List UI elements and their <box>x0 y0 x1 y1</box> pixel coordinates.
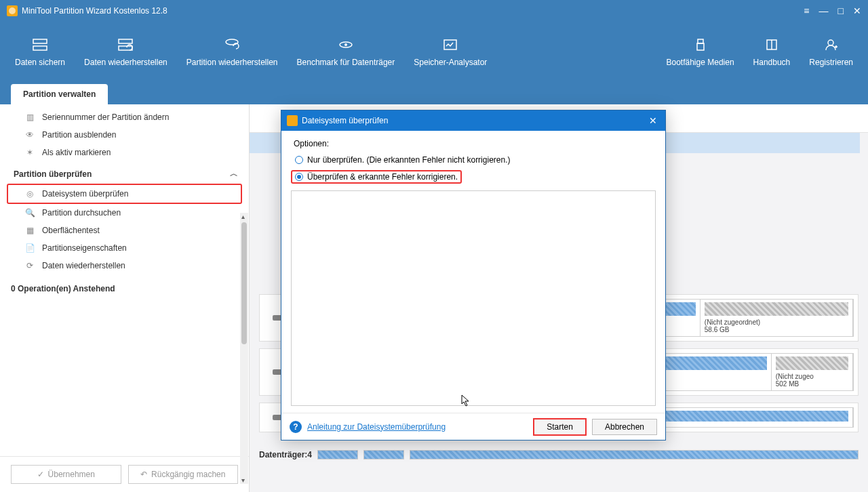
undo-button[interactable]: ↶ Rückgängig machen <box>128 465 239 484</box>
seg-title: (Nicht zugeo <box>776 373 848 380</box>
toolbar-label: Bootfähige Medien <box>667 58 734 67</box>
disk-footer-label: Datenträger:4 <box>259 450 312 459</box>
sidebar-item-label: Seriennummer der Partition ändern <box>42 112 169 122</box>
seg-title: (Nicht zugeordnet) <box>705 319 848 326</box>
app-icon <box>7 5 18 16</box>
sidebar-item-properties[interactable]: 📄 Partitionseigenschaften <box>0 239 249 257</box>
cursor-icon <box>461 394 471 407</box>
dialog-footer: ? Anleitung zur Dateisystemüberprüfung S… <box>281 413 665 440</box>
toolbar-recovery[interactable]: Daten wiederherstellen <box>75 33 177 71</box>
sidebar-scrollbar[interactable]: ▴ ▾ <box>240 213 248 484</box>
sidebar-item-recover[interactable]: ⟳ Daten wiederherstellen <box>0 257 249 274</box>
toolbar-label: Daten sichern <box>15 58 65 67</box>
svg-rect-2 <box>33 46 47 50</box>
recovery-icon <box>117 37 134 52</box>
chevron-up-icon: ︿ <box>230 168 238 180</box>
sidebar: ▥ Seriennummer der Partition ändern 👁 Pa… <box>0 104 250 492</box>
start-button[interactable]: Starten <box>533 418 587 436</box>
toolbar-label: Speicher-Analysator <box>414 58 487 67</box>
toolbar-partition-recovery[interactable]: Partition wiederherstellen <box>177 33 288 71</box>
toolbar-label: Benchmark für Datenträger <box>297 58 395 67</box>
radio-check-fix[interactable]: Überprüfen & erkannte Fehler korrigieren… <box>291 170 462 184</box>
toolbar-register[interactable]: Registrieren <box>800 33 863 71</box>
svg-rect-4 <box>119 46 132 50</box>
sidebar-item-label: Partition ausblenden <box>42 130 116 140</box>
seg-size: 502 MB <box>776 380 848 388</box>
active-icon: ✶ <box>24 148 35 157</box>
help-link[interactable]: Anleitung zur Dateisystemüberprüfung <box>307 422 446 432</box>
window-controls: ≡ — □ ✕ <box>804 5 861 16</box>
sidebar-group-label: Partition überprüfen <box>14 169 92 179</box>
undo-label: Rückgängig machen <box>151 470 225 479</box>
dialog-titlebar: Dateisystem überprüfen ✕ <box>281 110 665 131</box>
svg-point-5 <box>226 39 238 45</box>
mini-seg <box>410 450 859 459</box>
sidebar-item-label: Daten wiederherstellen <box>42 261 125 270</box>
toolbar-label: Registrieren <box>809 58 853 67</box>
svg-rect-8 <box>444 40 456 49</box>
options-label: Optionen: <box>291 138 656 150</box>
mini-seg <box>317 450 358 459</box>
sidebar-item-explore[interactable]: 🔍 Partition durchsuchen <box>0 204 249 222</box>
apply-button[interactable]: ✓ Übernehmen <box>11 465 121 484</box>
cancel-button[interactable]: Abbrechen <box>592 419 657 435</box>
chevron-up-icon[interactable]: ▴ <box>241 213 245 220</box>
svg-rect-9 <box>698 39 703 43</box>
tabstrip: Partition verwalten <box>0 83 868 104</box>
sidebar-footer: ✓ Übernehmen ↶ Rückgängig machen <box>0 456 249 492</box>
toolbar-analyzer[interactable]: Speicher-Analysator <box>404 33 496 71</box>
sidebar-item-surface[interactable]: ▦ Oberflächentest <box>0 222 249 239</box>
apply-label: Übernehmen <box>48 470 95 479</box>
app-title: MiniTool Partition Wizard Kostenlos 12.8 <box>22 6 167 16</box>
toolbar-bootable[interactable]: Bootfähige Medien <box>657 33 744 71</box>
sidebar-item-label: Partition durchsuchen <box>42 208 121 218</box>
properties-icon: 📄 <box>24 243 35 253</box>
radio-icon <box>295 173 303 181</box>
check-icon: ✓ <box>37 470 44 479</box>
hide-icon: 👁 <box>24 130 35 140</box>
svg-rect-3 <box>119 39 132 43</box>
sidebar-item-label: Partitionseigenschaften <box>42 243 127 253</box>
minimize-icon[interactable]: — <box>819 5 829 16</box>
dialog-output-area <box>291 190 656 406</box>
toolbar-benchmark[interactable]: Benchmark für Datenträger <box>288 33 405 71</box>
sidebar-item-active[interactable]: ✶ Als aktiv markieren <box>0 144 249 161</box>
close-icon[interactable]: ✕ <box>853 5 861 16</box>
radio-label: Nur überprüfen. (Die erkannten Fehler ni… <box>307 155 510 165</box>
help-icon[interactable]: ? <box>290 421 302 433</box>
toolbar-backup[interactable]: Daten sichern <box>5 33 75 71</box>
svg-point-0 <box>9 7 16 14</box>
dialog-title: Dateisystem überprüfen <box>302 116 388 125</box>
close-icon[interactable]: ✕ <box>646 115 660 126</box>
user-add-icon <box>823 37 840 52</box>
sidebar-group-check[interactable]: Partition überprüfen ︿ <box>0 161 249 184</box>
scrollbar-thumb[interactable] <box>241 222 247 344</box>
toolbar-label: Handbuch <box>753 58 791 67</box>
toolbar-manual[interactable]: Handbuch <box>744 33 800 71</box>
sidebar-item-serial[interactable]: ▥ Seriennummer der Partition ändern <box>0 108 249 126</box>
sidebar-item-hide[interactable]: 👁 Partition ausblenden <box>0 126 249 144</box>
maximize-icon[interactable]: □ <box>838 5 844 16</box>
sidebar-list: ▥ Seriennummer der Partition ändern 👁 Pa… <box>0 104 249 456</box>
titlebar: MiniTool Partition Wizard Kostenlos 12.8… <box>0 0 868 22</box>
tab-partition-manage[interactable]: Partition verwalten <box>11 84 108 104</box>
barcode-icon: ▥ <box>24 112 35 122</box>
check-filesystem-dialog: Dateisystem überprüfen ✕ Optionen: Nur ü… <box>281 110 666 440</box>
benchmark-icon <box>337 37 355 52</box>
check-fs-icon: ◎ <box>24 189 35 199</box>
svg-point-11 <box>828 40 833 45</box>
chevron-down-icon[interactable]: ▾ <box>241 476 245 484</box>
disk-segment-unallocated[interactable]: (Nicht zugeo 502 MB <box>772 354 853 390</box>
radio-icon <box>295 156 303 164</box>
analyzer-icon <box>441 37 459 52</box>
surface-icon: ▦ <box>24 226 35 235</box>
menu-icon[interactable]: ≡ <box>804 5 809 16</box>
backup-icon <box>31 37 49 52</box>
search-icon: 🔍 <box>24 208 35 218</box>
sidebar-item-check-fs[interactable]: ◎ Dateisystem überprüfen <box>7 184 242 204</box>
undo-icon: ↶ <box>140 470 147 479</box>
svg-point-7 <box>344 43 347 46</box>
toolbar-label: Daten wiederherstellen <box>84 58 167 67</box>
disk-segment-unallocated[interactable]: (Nicht zugeordnet) 58.6 GB <box>701 300 853 336</box>
radio-check-only[interactable]: Nur überprüfen. (Die erkannten Fehler ni… <box>291 154 656 166</box>
